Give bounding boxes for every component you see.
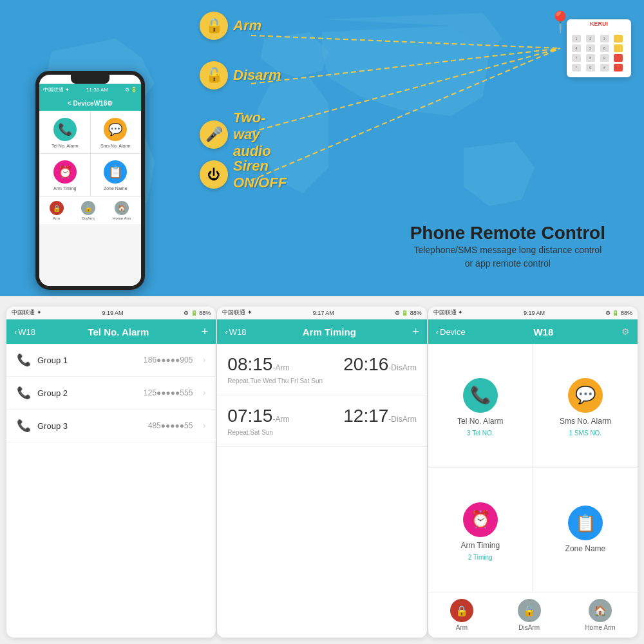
status-carrier: 中国联通 ✦ bbox=[43, 86, 70, 93]
arm-timing-label: Arm Timing bbox=[53, 186, 76, 191]
device-key bbox=[614, 44, 623, 52]
timing1-repeat: Repeat,Tue Wed Thu Fri Sat Sun bbox=[227, 377, 416, 384]
w18-sms-label: Sms No. Alarm bbox=[560, 417, 611, 426]
sms-alarm-label: Sms No. Alarm bbox=[100, 144, 131, 148]
disarm-icon: 🔓 bbox=[200, 61, 228, 90]
panel2-header: ‹ W18 Arm Timing + bbox=[217, 319, 426, 344]
status-battery: ⚙ 🔋 bbox=[125, 87, 137, 93]
w18-tel-sub: 3 Tel NO. bbox=[467, 430, 494, 437]
phone-cell-sms: 💬 Sms No. Alarm bbox=[91, 111, 141, 153]
timing2-disarm-label: -DisArm bbox=[388, 415, 416, 424]
device-key: 1 bbox=[572, 35, 581, 43]
panel2-title: Arm Timing bbox=[303, 327, 356, 337]
list-item[interactable]: 📞 Group 1 186●●●●●905 › bbox=[6, 344, 216, 377]
panel3-title: W18 bbox=[533, 327, 553, 337]
subtitle-line2: or app remote control bbox=[465, 258, 551, 269]
panel1-content: 📞 Group 1 186●●●●●905 › 📞 Group 2 125●●●… bbox=[6, 344, 216, 638]
subtitle-line1: Telephone/SMS message long distance cont… bbox=[413, 245, 601, 255]
phone-cell-zone: 📋 Zone Name bbox=[91, 154, 141, 196]
w18-homearm-btn[interactable]: 🏠 Home Arm bbox=[585, 599, 615, 631]
phone-settings: ⚙ bbox=[107, 100, 113, 107]
group2-icon: 📞 bbox=[17, 386, 31, 400]
w18-tel-icon: 📞 bbox=[463, 378, 498, 413]
w18-arm-btn[interactable]: 🔒 Arm bbox=[450, 599, 473, 631]
device-key bbox=[614, 54, 623, 62]
w18-arm-label: Arm Timing bbox=[460, 541, 500, 550]
w18-homearm-btn-icon: 🏠 bbox=[589, 599, 612, 622]
disarm-feature-label: Disarm bbox=[233, 67, 281, 84]
phone-header: < Device W18 ⚙ bbox=[39, 95, 141, 111]
w18-disarm-btn[interactable]: 🔓 DisArm bbox=[518, 599, 541, 631]
zone-name-label: Zone Name bbox=[104, 186, 128, 191]
arm-icon: 🔒 bbox=[200, 12, 228, 40]
w18-arm-btn-label: Arm bbox=[456, 624, 468, 631]
w18-tel-cell[interactable]: 📞 Tel No. Alarm 3 Tel NO. bbox=[428, 344, 533, 468]
panel1-header: ‹ W18 Tel No. Alarm + bbox=[6, 319, 216, 344]
arm-feature-label: Arm bbox=[233, 17, 261, 34]
sms-alarm-icon: 💬 bbox=[104, 118, 127, 141]
device-key: 9 bbox=[600, 54, 609, 62]
p1-carrier: 中国联通 ✦ bbox=[12, 308, 42, 317]
siren-feature-label: Siren ON/OFF bbox=[233, 158, 287, 191]
w18-arm-icon: ⏰ bbox=[463, 502, 498, 537]
w18-zone-cell[interactable]: 📋 Zone Name bbox=[533, 468, 638, 592]
timing2-arm-time: 07:15 bbox=[227, 406, 272, 426]
top-section: 中国联通 ✦ 11:39 AM ⚙ 🔋 < Device W18 ⚙ 📞 Tel… bbox=[0, 0, 644, 296]
panel3-back[interactable]: ‹ Device bbox=[436, 327, 466, 337]
device-key: 3 bbox=[600, 35, 609, 43]
phone-notch bbox=[71, 75, 109, 84]
w18-zone-icon: 📋 bbox=[568, 506, 603, 540]
w18-sms-icon: 💬 bbox=[568, 378, 603, 413]
device-key: # bbox=[600, 64, 609, 71]
panel-w18-main: 中国联通 ✦ 9:19 AM ⚙ 🔋 88% ‹ Device W18 ⚙ 📞 … bbox=[428, 307, 638, 638]
homearm-button[interactable]: 🏠 Home Arm bbox=[113, 201, 131, 220]
device-key: 6 bbox=[600, 44, 609, 52]
arm-button[interactable]: 🔒 Arm bbox=[50, 201, 64, 220]
timing2-repeat: Repeat,Sat Sun bbox=[227, 429, 416, 436]
w18-menu-grid: 📞 Tel No. Alarm 3 Tel NO. 💬 Sms No. Alar… bbox=[428, 344, 638, 592]
device-key: * bbox=[572, 64, 581, 71]
panel3-status: 中国联通 ✦ 9:19 AM ⚙ 🔋 88% bbox=[428, 307, 638, 319]
phone-mockup: 中国联通 ✦ 11:39 AM ⚙ 🔋 < Device W18 ⚙ 📞 Tel… bbox=[35, 71, 145, 290]
panel-tel-alarm: 中国联通 ✦ 9:19 AM ⚙ 🔋 88% ‹ W18 Tel No. Ala… bbox=[6, 307, 216, 638]
subtitle: Telephone/SMS message long distance cont… bbox=[410, 243, 605, 270]
panel2-add[interactable]: + bbox=[412, 325, 419, 339]
timing1-disarm-time: 20:16 bbox=[343, 354, 388, 374]
disarm-button[interactable]: 🔓 DisArm bbox=[81, 201, 95, 220]
w18-arm-cell[interactable]: ⏰ Arm Timing 2 Timing bbox=[428, 468, 533, 592]
group2-name: Group 2 bbox=[37, 388, 137, 398]
main-title: Phone Remote Control bbox=[410, 223, 605, 243]
panel3-device: Device bbox=[440, 327, 466, 337]
device-image: KERUI 1 2 3 4 5 6 7 8 9 * 0 # bbox=[567, 19, 631, 77]
phone-status-bar: 中国联通 ✦ 11:39 AM ⚙ 🔋 bbox=[39, 84, 141, 95]
group3-number: 485●●●●●55 bbox=[148, 421, 193, 430]
timing-item-1[interactable]: 08:15-Arm 20:16-DisArm Repeat,Tue Wed Th… bbox=[217, 344, 426, 395]
phone-title: W18 bbox=[94, 100, 108, 107]
list-item[interactable]: 📞 Group 2 125●●●●●555 › bbox=[6, 377, 216, 410]
group2-chevron: › bbox=[203, 388, 205, 397]
panel1-add[interactable]: + bbox=[202, 325, 209, 339]
panel3-header: ‹ Device W18 ⚙ bbox=[428, 319, 638, 344]
status-time: 11:39 AM bbox=[86, 87, 108, 93]
bottom-section: 中国联通 ✦ 9:19 AM ⚙ 🔋 88% ‹ W18 Tel No. Ala… bbox=[0, 296, 644, 644]
timing2-arm-label: -Arm bbox=[272, 415, 289, 424]
p2-battery: ⚙ 🔋 88% bbox=[395, 310, 422, 316]
w18-sms-cell[interactable]: 💬 Sms No. Alarm 1 SMS NO. bbox=[533, 344, 638, 468]
panel1-title: Tel No. Alarm bbox=[88, 327, 149, 337]
list-item[interactable]: 📞 Group 3 485●●●●●55 › bbox=[6, 410, 216, 442]
group3-icon: 📞 bbox=[17, 419, 31, 433]
device-key: 8 bbox=[586, 54, 595, 62]
settings-icon[interactable]: ⚙ bbox=[621, 327, 630, 337]
panel1-status: 中国联通 ✦ 9:19 AM ⚙ 🔋 88% bbox=[6, 307, 216, 319]
tel-alarm-label: Tel No. Alarm bbox=[52, 144, 79, 148]
device-key: 7 bbox=[572, 54, 581, 62]
p3-battery: ⚙ 🔋 88% bbox=[605, 310, 632, 316]
panel1-device: W18 bbox=[18, 327, 35, 337]
panel1-back[interactable]: ‹ W18 bbox=[14, 327, 35, 337]
disarm-label: DisArm bbox=[82, 216, 95, 220]
panel2-back[interactable]: ‹ W18 bbox=[225, 327, 246, 337]
phone-bottom-bar: 🔒 Arm 🔓 DisArm 🏠 Home Arm bbox=[39, 196, 141, 224]
text-content: Phone Remote Control Telephone/SMS messa… bbox=[410, 223, 605, 270]
w18-sms-sub: 1 SMS NO. bbox=[569, 430, 602, 437]
timing-item-2[interactable]: 07:15-Arm 12:17-DisArm Repeat,Sat Sun bbox=[217, 395, 426, 447]
